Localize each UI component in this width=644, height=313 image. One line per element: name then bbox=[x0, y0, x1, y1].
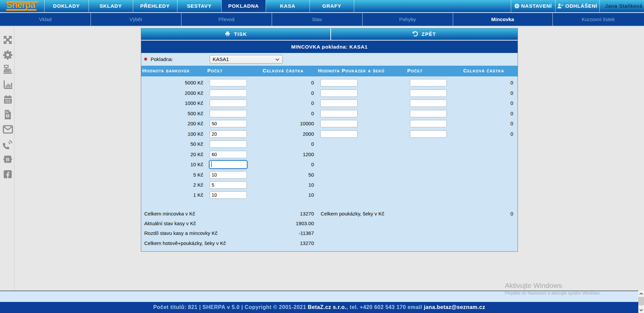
svg-text:B: B bbox=[6, 156, 10, 162]
svg-text:$: $ bbox=[7, 114, 8, 118]
